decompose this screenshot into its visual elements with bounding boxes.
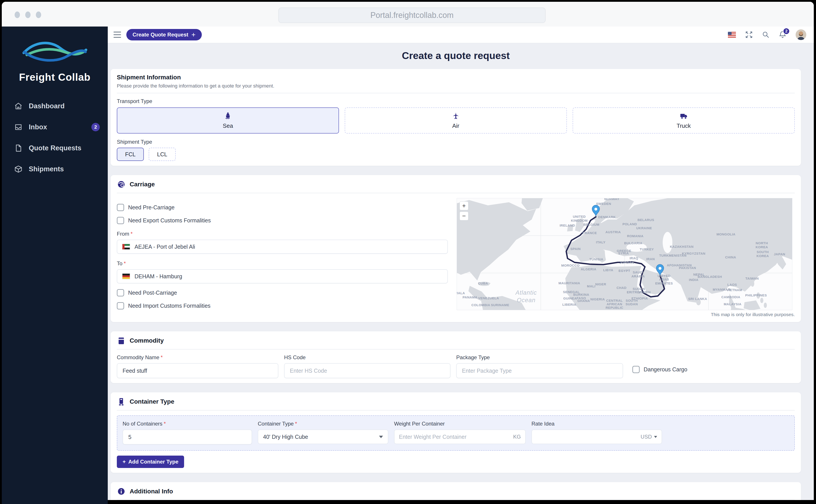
pre-carriage-checkbox-row[interactable]: Need Pre-Carriage [117,204,449,211]
sidebar: Freight Collab Dashboard Inbox 2 [2,27,108,504]
commodity-name-label: Commodity Name* [117,354,278,361]
container-type-card: Container Type No of Containers* Con [111,392,801,473]
map-zoom-in-button[interactable]: + [460,201,468,210]
container-count-input[interactable] [122,430,252,445]
map-country-label: SYRIA [618,251,629,255]
map-country-label: CENTRAL [606,299,623,302]
map-country-label: BANGLADESH [698,275,722,279]
map-country-label: CUBA [478,281,488,285]
sidebar-item-quote-requests[interactable]: Quote Requests [2,137,108,158]
info-icon [117,487,126,496]
dangerous-cargo-checkbox-row[interactable]: Dangerous Cargo [633,366,687,373]
search-icon [762,31,770,38]
checkbox-label: Need Export Customs Formalities [128,217,211,224]
map-country-label: ARABIA [632,274,645,278]
shipment-type-fcl[interactable]: FCL [117,148,144,161]
route-map-container: + − [457,198,795,317]
notification-count-badge: 2 [783,28,790,35]
map-country-label: CHAD [617,286,627,290]
browser-chrome: Portal.freightcollab.com [2,2,814,27]
route-map[interactable]: + − [457,198,792,310]
checkbox[interactable] [117,217,124,224]
map-country-label: MAURITANIA [558,281,580,285]
package-type-label: Package Type [456,354,623,361]
address-bar[interactable]: Portal.freightcollab.com [278,8,546,23]
container-type-select[interactable]: 40' Dry High Cube [258,430,388,444]
checkbox[interactable] [633,366,640,373]
map-country-label: IRELAND [559,223,575,227]
map-country-label: SAUDI [633,270,644,274]
transport-option-truck[interactable]: Truck [572,107,795,134]
commodity-card: Commodity Commodity Name* HS Code [111,331,801,383]
map-country-label: IRAQ [630,256,638,260]
sidebar-item-label: Quote Requests [29,144,81,152]
package-type-input[interactable] [456,363,623,378]
sidebar-item-label: Shipments [29,165,64,173]
map-zoom-out-button[interactable]: − [460,212,468,220]
language-flag-button[interactable] [728,32,736,38]
sidebar-item-inbox[interactable]: Inbox 2 [2,116,108,137]
container-type-label: Container Type* [258,421,388,427]
map-country-label: REPUBLIC [605,306,623,309]
map-country-label: NIGERIA [590,297,605,301]
map-country-label: BURKINA [573,293,589,296]
sidebar-item-shipments[interactable]: Shipments [2,158,108,179]
map-country-label: Ocean [517,297,536,304]
from-port-input[interactable]: AEJEA - Port of Jebel Ali [117,240,448,254]
map-country-label: KOREA [756,245,768,249]
map-country-label: TURKEY [640,247,654,251]
section-title: Container Type [130,398,174,405]
to-label: To* [117,260,449,267]
search-button[interactable] [762,31,770,38]
transport-option-air[interactable]: Air [345,107,567,134]
notifications-button[interactable]: 2 [779,31,786,39]
checkbox[interactable] [117,204,124,211]
fullscreen-button[interactable] [745,31,753,38]
map-country-label: EMIRATES [655,281,673,285]
checkbox[interactable] [117,302,124,309]
transport-option-label: Sea [223,122,233,129]
maximize-window-icon[interactable] [36,11,41,18]
map-country-label: YEMEN [638,290,651,294]
shipment-type-lcl[interactable]: LCL [149,148,176,161]
plus-icon: + [191,31,195,38]
map-country-label: BULGARIA [624,241,642,245]
user-avatar[interactable] [796,29,806,40]
map-country-label: BELARUS [638,218,654,222]
minimize-window-icon[interactable] [25,11,31,18]
map-country-label: SPAIN [570,247,581,251]
checkbox[interactable] [117,289,124,296]
weight-per-container-input[interactable] [399,434,511,440]
hs-code-input[interactable] [284,363,450,378]
transport-option-sea[interactable]: Sea [117,107,339,134]
truck-icon [680,112,688,120]
map-country-label: MOROCCO [561,263,580,267]
commodity-name-input[interactable] [117,363,278,378]
hs-code-label: HS Code [284,354,450,361]
map-country-label: Atlantic [515,289,537,296]
map-country-label: SUDAN [626,302,638,306]
chevron-down-icon [654,436,657,438]
map-country-label: INDIA [689,278,699,282]
map-country-label: ROMANIA [627,234,644,238]
add-container-type-button[interactable]: +Add Container Type [117,456,184,468]
map-country-label: PHILIPPINES [745,293,767,297]
map-country-label: ITALY [596,240,605,244]
create-quote-request-button[interactable]: Create Quote Request+ [126,29,202,40]
to-port-input[interactable]: DEHAM - Hamburg [117,269,448,283]
sidebar-item-dashboard[interactable]: Dashboard [2,95,108,116]
map-country-label: AFRICAN [607,302,622,306]
export-customs-checkbox-row[interactable]: Need Export Customs Formalities [117,217,449,224]
browser-window: Portal.freightcollab.com Freight Collab … [2,2,814,504]
import-customs-checkbox-row[interactable]: Need Import Customs Formalities [117,302,449,309]
map-country-label: MALA [457,291,465,295]
menu-toggle-icon[interactable] [113,32,121,38]
freight-collab-logo [22,36,88,69]
map-country-label: LAOS [727,283,737,286]
section-subtitle: Please provide the following information… [117,83,795,89]
rate-idea-input[interactable] [536,434,638,440]
close-window-icon[interactable] [15,11,20,18]
map-country-label: SOUTH [757,250,769,254]
post-carriage-checkbox-row[interactable]: Need Post-Carriage [117,289,449,296]
chevron-down-icon [379,436,383,438]
